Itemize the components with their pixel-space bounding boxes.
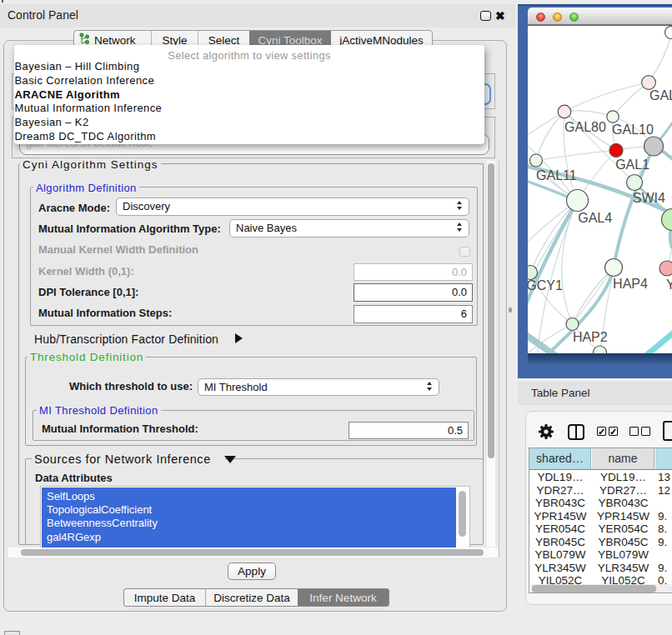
svg-text:GAL8: GAL8 <box>649 88 672 102</box>
svg-text:HAP4: HAP4 <box>613 277 648 291</box>
svg-text:GAL1: GAL1 <box>615 158 649 172</box>
svg-text:Y: Y <box>666 278 672 292</box>
svg-text:GAL80: GAL80 <box>564 120 606 134</box>
svg-text:SWI4: SWI4 <box>633 191 665 205</box>
svg-text:GAL11: GAL11 <box>536 168 577 182</box>
svg-text:GAL10: GAL10 <box>612 122 654 137</box>
svg-text:HAP2: HAP2 <box>573 330 608 344</box>
svg-text:GAL4: GAL4 <box>578 211 612 225</box>
svg-text:GCY1: GCY1 <box>528 278 563 292</box>
